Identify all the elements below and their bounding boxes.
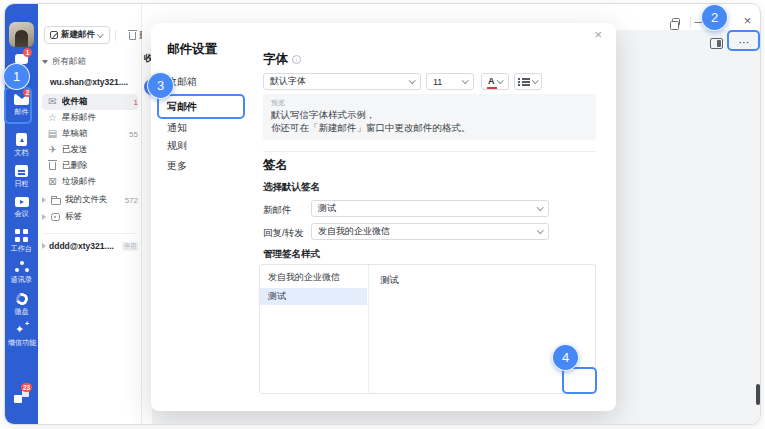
font-size-select[interactable]: 11 [426,73,474,90]
folder-label: 我的文件夹 [65,194,121,206]
folder-row-deleted[interactable]: 已删除 [42,158,138,174]
mail-settings-dialog: × 邮件设置 收邮箱 写邮件 通知 规则 更多 字体 默认字体 11 A [151,23,616,411]
signature-section-title: 签名 [263,157,288,174]
trash-icon [47,162,58,170]
choose-signature-label: 选择默认签名 [263,181,320,194]
font-preview-box: 预览 默认写信字体样式示例， 你还可在「新建邮件」窗口中更改邮件的格式。 [263,94,596,140]
caret-down-icon [42,60,48,64]
rail-item-apps[interactable] [5,390,38,403]
folder-label: 已删除 [62,160,138,172]
folder-label: 已发送 [62,144,138,156]
signature-title-text: 签名 [263,157,288,174]
rail-item-label: 文档 [14,149,28,156]
folder-label: 标签 [65,211,138,223]
signature-list: 发自我的企业微信 测试 [260,265,369,393]
rail-item-messages[interactable] [5,54,38,64]
font-title-text: 字体 [263,51,288,68]
folder-row-drafts[interactable]: ▤ 草稿箱 55 [42,126,138,142]
preview-line2: 你还可在「新建邮件」窗口中更改邮件的格式。 [271,122,471,135]
rail-item-label: 通讯录 [11,276,32,283]
font-color-icon: A [488,77,495,86]
rail-item-contacts[interactable]: 通讯录 [5,261,38,284]
messages-unread-badge: 1 [23,48,32,57]
trash-icon [129,32,136,40]
rail-item-premium[interactable]: 增值功能 [5,324,38,347]
compose-label: 新建邮件 [61,29,95,41]
folder-label: 草稿箱 [62,128,125,140]
layout-icon [710,38,723,49]
folder-icon [50,196,61,205]
layout-toggle-button[interactable] [709,37,723,49]
font-family-select[interactable]: 默认字体 [263,73,421,90]
chevron-down-icon [537,227,543,233]
signature-item-selected[interactable]: 测试 [260,288,367,305]
scrollbar-thumb[interactable] [756,384,760,405]
annotation-badge-3: 3 [147,72,174,99]
folder-row-tags[interactable]: 标签 [42,209,138,225]
settings-nav-rules[interactable]: 规则 [167,139,187,153]
annotation-box-edit-button [562,367,597,394]
folder-label: 星标邮件 [62,112,138,124]
annotation-badge-1: 1 [3,63,30,90]
reply-signature-select[interactable]: 发自我的企业微信 [311,223,549,240]
junk-icon: ⊠ [47,177,58,187]
chevron-down-icon [409,77,415,83]
folder-row-junk[interactable]: ⊠ 垃圾邮件 [42,174,138,190]
folder-count: 572 [125,196,138,205]
user-avatar[interactable] [9,22,34,47]
calendar-icon [15,165,28,177]
annotation-box-mail-rail [4,87,32,124]
folder-count: 55 [129,130,138,139]
app-window: 1 2 邮件 文档 日程 会议 工作 [4,3,761,425]
signature-item[interactable]: 发自我的企业微信 [260,269,367,286]
pane-divider [44,233,135,234]
account-row-secondary[interactable]: dddd@xty321.... 停用 [42,238,138,254]
new-mail-signature-select[interactable]: 测试 [311,200,549,217]
folder-row-starred[interactable]: ☆ 星标邮件 [42,110,138,126]
chevron-down-icon [537,204,543,210]
chevron-down-icon [497,77,503,83]
group-label: 所有邮箱 [52,56,138,68]
mailbox-group-header[interactable]: 所有邮箱 [42,54,138,70]
list-format-button[interactable] [514,73,542,90]
rail-item-label: 工作台 [11,245,32,252]
account-name: dddd@xty321.... [49,241,119,251]
dialog-title: 邮件设置 [167,41,217,58]
document-icon [16,133,27,146]
apps-unread-badge: 23 [21,383,32,392]
settings-nav-notifications[interactable]: 通知 [167,121,187,135]
new-mail-label: 新邮件 [263,204,292,217]
compose-icon [50,31,58,39]
caret-right-icon [42,197,46,203]
account-row-primary[interactable]: wu.shan@xty321.... [42,74,138,90]
folder-row-myfolders[interactable]: 我的文件夹 572 [42,192,138,208]
close-window-button[interactable]: × [741,13,754,28]
preview-tag: 预览 [271,98,285,108]
rail-item-wedrive[interactable]: 微盘 [5,293,38,316]
dialog-close-button[interactable]: × [594,27,602,42]
rail-item-label: 日程 [14,180,28,187]
chevron-down-icon [97,31,103,37]
folder-row-inbox[interactable]: ✉ 收件箱 1 [42,94,138,110]
manage-signature-label: 管理签名样式 [263,248,320,261]
font-size-value: 11 [433,77,442,87]
caret-right-icon [42,243,46,249]
rail-item-docs[interactable]: 文档 [5,133,38,157]
titlebar-divider [690,17,691,28]
folder-pane: 新建邮件 删 所有邮箱 wu.shan@xty321.... ✉ 收件箱 1 [38,4,142,424]
folder-row-sent[interactable]: ✈ 已发送 [42,142,138,158]
chevron-down-icon [532,77,538,83]
folder-label: 收件箱 [62,96,130,108]
compose-button[interactable]: 新建邮件 [44,26,110,44]
font-color-button[interactable]: A [481,73,509,90]
popout-icon [672,18,680,26]
rail-item-workbench[interactable]: 工作台 [5,229,38,253]
numbered-list-icon [518,77,530,86]
account-name: wu.shan@xty321.... [50,77,128,87]
account-status-badge: 停用 [122,242,138,251]
reply-signature-value: 发自我的企业微信 [318,225,390,238]
settings-nav-more[interactable]: 更多 [167,159,187,173]
rail-item-meeting[interactable]: 会议 [5,197,38,218]
popout-button[interactable] [669,16,683,28]
rail-item-calendar[interactable]: 日程 [5,165,38,188]
